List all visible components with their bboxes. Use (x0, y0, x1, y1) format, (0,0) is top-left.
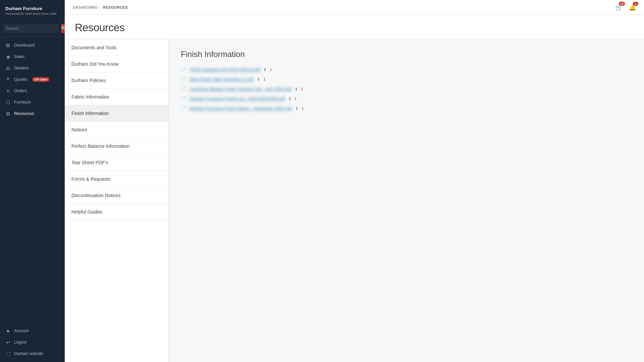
file-download-5[interactable]: ⬇ (295, 106, 299, 111)
file-item: 📄 New Finish Stain Samples v1.pdf ⬇ ℹ (181, 77, 632, 82)
brand-tagline: Renowned for Solid Wood Since 1899 (5, 12, 59, 15)
file-info-5[interactable]: ℹ (302, 106, 304, 111)
file-download-4[interactable]: ⬇ (288, 97, 291, 101)
sidebar-item-dealers[interactable]: ◎ Dealers (0, 62, 65, 74)
sidebar-item-dashboard[interactable]: ⊞ Dashboard (0, 40, 65, 51)
resources-nav-durham-did-you-know[interactable]: Durham Did You Know (65, 56, 168, 72)
resources-nav-durham-policies[interactable]: Durham Policies (65, 72, 168, 89)
sidebar-item-label: Orders (14, 88, 27, 93)
breadcrumb-current: RESOURCES (103, 5, 128, 9)
content-area: Resources Documents and Tools Durham Did… (65, 15, 644, 362)
file-item: 📄 Customer Master Finish Transfer Info -… (181, 86, 632, 92)
file-link-4[interactable]: Durham Furniture Finish List - 2023 MAST… (190, 96, 285, 101)
detail-panel: Finish Information 📄 Finish Samples List… (169, 40, 644, 362)
file-info-2[interactable]: ℹ (264, 77, 265, 82)
resources-nav-fabric-information[interactable]: Fabric Information (65, 89, 168, 105)
file-icon: 📄 (181, 67, 186, 72)
sidebar-item-label: Sales (14, 54, 24, 59)
sidebar-item-quotes[interactable]: ❝ Quotes 159 Open (0, 74, 65, 85)
sidebar-item-account[interactable]: ● Account (0, 325, 65, 337)
sidebar-item-logout[interactable]: ↩ Logout (0, 337, 65, 348)
file-icon: 📄 (181, 96, 186, 101)
notification-button[interactable]: 🔔 1 (629, 4, 636, 11)
search-button[interactable]: 🔍 (61, 24, 65, 33)
file-download-1[interactable]: ⬇ (263, 67, 267, 72)
resources-nav-helpful-guides[interactable]: Helpful Guides (65, 204, 168, 220)
file-link-2[interactable]: New Finish Stain Samples v1.pdf (190, 77, 254, 82)
file-download-2[interactable]: ⬇ (257, 77, 260, 82)
sidebar-item-label: Durham website (14, 351, 43, 356)
file-link-5[interactable]: Durham Furniture Finish Matrix - Decembe… (190, 106, 292, 111)
resources-icon: ⊙ (5, 111, 11, 116)
file-list: 📄 Finish Samples List 2023 Official.pdf … (181, 67, 632, 111)
page-title: Resources (75, 21, 634, 34)
brand-name: Durham Furniture (5, 6, 59, 11)
sidebar-item-orders[interactable]: ≡ Orders (0, 85, 65, 97)
file-item: 📄 Finish Samples List 2023 Official.pdf … (181, 67, 632, 72)
sidebar-nav: ⊞ Dashboard ◈ Sales ◎ Dealers ❝ Quotes 1… (0, 37, 65, 322)
search-input[interactable] (3, 24, 59, 33)
sidebar: Durham Furniture Renowned for Solid Wood… (0, 0, 65, 362)
dashboard-icon: ⊞ (5, 43, 11, 48)
sidebar-item-durham-website[interactable]: ⬚ Durham website (0, 348, 65, 359)
file-download-3[interactable]: ⬇ (294, 87, 298, 92)
topbar: DASHBOARD › RESOURCES 🛒 10 🔔 1 (65, 0, 644, 15)
main-content: DASHBOARD › RESOURCES 🛒 10 🔔 1 Resources… (65, 0, 644, 362)
sidebar-item-label: Dashboard (14, 43, 35, 48)
resources-nav-perfect-balance[interactable]: Perfect Balance Information (65, 138, 168, 155)
sidebar-item-furniture[interactable]: ⬡ Furniture (0, 97, 65, 108)
external-link-icon: ⬚ (5, 351, 11, 356)
sidebar-item-label: Logout (14, 340, 26, 345)
page-body: Documents and Tools Durham Did You Know … (65, 40, 644, 362)
sidebar-logo: Durham Furniture Renowned for Solid Wood… (0, 0, 65, 20)
file-item: 📄 Durham Furniture Finish Matrix - Decem… (181, 106, 632, 111)
search-icon: 🔍 (61, 26, 65, 31)
page-header: Resources (65, 15, 644, 40)
sidebar-item-label: Account (14, 328, 29, 333)
resources-nav: Documents and Tools Durham Did You Know … (65, 40, 169, 362)
file-item: 📄 Durham Furniture Finish List - 2023 MA… (181, 96, 632, 101)
file-link-3[interactable]: Customer Master Finish Transfer Info - J… (190, 86, 291, 92)
logout-icon: ↩ (5, 340, 11, 345)
cart-badge: 10 (619, 2, 625, 6)
sidebar-item-sales[interactable]: ◈ Sales (0, 51, 65, 62)
resources-nav-tear-sheet-pdfs[interactable]: Tear Sheet PDF's (65, 155, 168, 171)
file-icon: 📄 (181, 77, 186, 82)
file-icon: 📄 (181, 106, 186, 111)
breadcrumb-separator: › (100, 5, 101, 9)
dealers-icon: ◎ (5, 65, 11, 71)
quotes-badge: 159 Open (32, 77, 49, 82)
file-info-3[interactable]: ℹ (301, 87, 303, 92)
cart-button[interactable]: 🛒 10 (615, 4, 623, 11)
sidebar-bottom: ● Account ↩ Logout ⬚ Durham website (0, 322, 65, 362)
file-icon: 📄 (181, 86, 186, 92)
topbar-icons: 🛒 10 🔔 1 (615, 4, 636, 11)
account-icon: ● (5, 328, 11, 334)
sidebar-item-label: Furniture (14, 100, 31, 105)
notification-badge: 1 (633, 2, 638, 6)
resources-nav-forms-requests[interactable]: Forms & Requests (65, 171, 168, 187)
sidebar-item-resources[interactable]: ⊙ Resources (0, 108, 65, 119)
resources-nav-finish-information[interactable]: Finish Information (65, 105, 168, 122)
furniture-icon: ⬡ (5, 100, 11, 105)
orders-icon: ≡ (5, 88, 11, 94)
resources-nav-notices[interactable]: Notices (65, 122, 168, 138)
search-container: 🔍 (0, 20, 65, 37)
detail-title: Finish Information (181, 50, 632, 59)
file-info-4[interactable]: ℹ (295, 97, 297, 101)
sales-icon: ◈ (5, 54, 11, 59)
resources-nav-discontinuation-notices[interactable]: Discontinuation Notices (65, 187, 168, 204)
file-info-1[interactable]: ℹ (270, 67, 272, 72)
sidebar-item-label: Quotes (14, 77, 28, 82)
sidebar-item-label: Dealers (14, 66, 29, 70)
quotes-icon: ❝ (5, 77, 11, 82)
resources-nav-documents-tools[interactable]: Documents and Tools (65, 40, 168, 56)
sidebar-item-label: Resources (14, 111, 34, 116)
breadcrumb: DASHBOARD › RESOURCES (73, 5, 128, 9)
breadcrumb-home[interactable]: DASHBOARD (73, 5, 98, 9)
file-link-1[interactable]: Finish Samples List 2023 Official.pdf (190, 67, 260, 72)
